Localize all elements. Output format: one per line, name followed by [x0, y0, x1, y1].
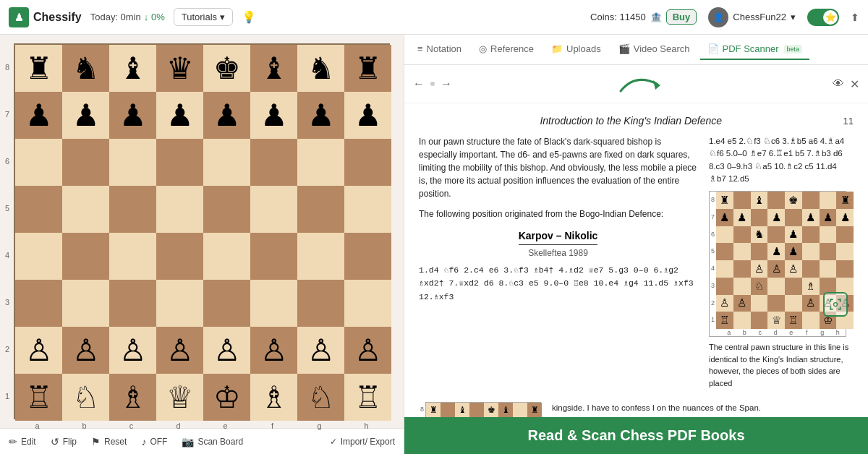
board-cell-2-4[interactable]: [203, 139, 250, 186]
board-cell-0-7[interactable]: ♜: [344, 45, 391, 92]
scan-cta-button[interactable]: Read & Scan Chess PDF Books: [404, 417, 868, 454]
board-cell-5-2[interactable]: [109, 280, 156, 327]
toggle-switch[interactable]: ⭐: [807, 9, 839, 26]
mini-cell-3-2: [751, 243, 768, 260]
pdf-panel[interactable]: ← → 👁 ✕ Introdu: [404, 65, 868, 454]
board-cell-2-1[interactable]: [62, 139, 109, 186]
board-cell-6-2[interactable]: ♙: [109, 327, 156, 374]
reset-tool[interactable]: ⚑ Reset: [91, 436, 127, 447]
flip-tool[interactable]: ↺ Flip: [51, 436, 77, 447]
mini-cell-5-2: ♘: [751, 278, 768, 295]
board-cell-6-3[interactable]: ♙: [156, 327, 203, 374]
board-cell-6-4[interactable]: ♙: [203, 327, 250, 374]
tab-reference[interactable]: ◎ Reference: [472, 39, 541, 60]
import-export-tool[interactable]: ✓ Import/ Export: [330, 437, 395, 447]
board-cell-1-6[interactable]: ♟: [297, 92, 344, 139]
board-cell-3-3[interactable]: [156, 186, 203, 233]
board-cell-0-3[interactable]: ♛: [156, 45, 203, 92]
board-cell-0-4[interactable]: ♚: [203, 45, 250, 92]
edit-label: Edit: [21, 437, 36, 447]
board-cell-3-4[interactable]: [203, 186, 250, 233]
board-cell-0-6[interactable]: ♞: [297, 45, 344, 92]
tab-video-search[interactable]: 🎬 Video Search: [611, 39, 697, 60]
board-cell-7-2[interactable]: ♗: [109, 374, 156, 421]
view-icon[interactable]: 👁: [833, 77, 844, 90]
pdf-paragraph2: The following position originated from t…: [419, 207, 697, 220]
board-cell-2-2[interactable]: [109, 139, 156, 186]
board-cell-3-0[interactable]: [15, 186, 62, 233]
board-cell-6-7[interactable]: ♙: [344, 327, 391, 374]
board-cell-5-6[interactable]: [297, 280, 344, 327]
scan-board-tool[interactable]: 📷 Scan Board: [182, 436, 243, 447]
board-cell-1-0[interactable]: ♟: [15, 92, 62, 139]
board-cell-1-3[interactable]: ♟: [156, 92, 203, 139]
buy-button[interactable]: Buy: [666, 9, 697, 25]
board-cell-5-7[interactable]: [344, 280, 391, 327]
board-cell-7-4[interactable]: ♔: [203, 374, 250, 421]
board-cell-0-5[interactable]: ♝: [250, 45, 297, 92]
board-cell-6-1[interactable]: ♙: [62, 327, 109, 374]
board-cell-2-7[interactable]: [344, 139, 391, 186]
chess-board[interactable]: ♜♞♝♛♚♝♞♜♟♟♟♟♟♟♟♟♙♙♙♙♙♙♙♙♖♘♗♕♔♗♘♖: [14, 43, 390, 419]
board-cell-5-3[interactable]: [156, 280, 203, 327]
board-cell-4-5[interactable]: [250, 233, 297, 280]
board-cell-4-7[interactable]: [344, 233, 391, 280]
board-cell-2-5[interactable]: [250, 139, 297, 186]
tutorials-button[interactable]: Tutorials ▾: [174, 8, 233, 26]
board-cell-6-0[interactable]: ♙: [15, 327, 62, 374]
tab-pdf-scanner[interactable]: 📄 PDF Scanner beta: [700, 39, 810, 60]
collapse-icon[interactable]: ⬆: [851, 12, 859, 23]
board-cell-6-6[interactable]: ♙: [297, 327, 344, 374]
board-cell-5-0[interactable]: [15, 280, 62, 327]
board-cell-7-5[interactable]: ♗: [250, 374, 297, 421]
prev-arrow[interactable]: ←: [413, 77, 425, 90]
board-cell-7-3[interactable]: ♕: [156, 374, 203, 421]
board-cell-5-5[interactable]: [250, 280, 297, 327]
board-cell-6-5[interactable]: ♙: [250, 327, 297, 374]
board-cell-4-1[interactable]: [62, 233, 109, 280]
board-cell-1-7[interactable]: ♟: [344, 92, 391, 139]
board-cell-4-2[interactable]: [109, 233, 156, 280]
board-cell-3-6[interactable]: [297, 186, 344, 233]
close-icon[interactable]: ✕: [850, 77, 859, 91]
today-percent: ↓ 0%: [144, 12, 165, 22]
board-cell-3-2[interactable]: [109, 186, 156, 233]
mini-cell-0-4: ♚: [785, 192, 802, 209]
board-cell-4-0[interactable]: [15, 233, 62, 280]
tab-notation[interactable]: ≡ Notation: [410, 39, 469, 60]
mini-cell-2-2: ♞: [751, 226, 768, 244]
board-cell-3-5[interactable]: [250, 186, 297, 233]
board-cell-4-4[interactable]: [203, 233, 250, 280]
board-cell-3-7[interactable]: [344, 186, 391, 233]
board-cell-0-1[interactable]: ♞: [62, 45, 109, 92]
board-cell-5-4[interactable]: [203, 280, 250, 327]
board-cell-4-6[interactable]: [297, 233, 344, 280]
board-cell-2-6[interactable]: [297, 139, 344, 186]
edit-tool[interactable]: ✏ Edit: [9, 436, 36, 447]
board-cell-2-0[interactable]: [15, 139, 62, 186]
next-arrow[interactable]: →: [441, 77, 452, 90]
board-cell-2-3[interactable]: [156, 139, 203, 186]
second-cell-0-2: ♝: [455, 403, 469, 417]
board-cell-7-0[interactable]: ♖: [15, 374, 62, 421]
board-cell-7-1[interactable]: ♘: [62, 374, 109, 421]
board-cell-0-2[interactable]: ♝: [109, 45, 156, 92]
board-cell-1-2[interactable]: ♟: [109, 92, 156, 139]
board-cell-0-0[interactable]: ♜: [15, 45, 62, 92]
board-cell-7-6[interactable]: ♘: [297, 374, 344, 421]
board-cell-4-3[interactable]: [156, 233, 203, 280]
board-cell-1-1[interactable]: ♟: [62, 92, 109, 139]
board-cell-5-1[interactable]: [62, 280, 109, 327]
board-cell-1-5[interactable]: ♟: [250, 92, 297, 139]
tab-uploads[interactable]: 📁 Uploads: [544, 39, 608, 60]
sound-tool[interactable]: ♪ OFF: [141, 436, 167, 447]
theme-toggle[interactable]: ⭐: [807, 9, 839, 26]
user-info[interactable]: 👤 ChessFun22 ▾: [708, 7, 796, 27]
player-section: Karpov – Nikolic Skelleftea 1989: [419, 229, 697, 258]
mini-cell-0-0: ♜: [716, 192, 733, 209]
board-cell-3-1[interactable]: [62, 186, 109, 233]
board-cell-1-4[interactable]: ♟: [203, 92, 250, 139]
board-cell-7-7[interactable]: ♖: [344, 374, 391, 421]
scan-overlay-icon[interactable]: [823, 292, 848, 317]
bulb-icon[interactable]: 💡: [242, 10, 256, 24]
